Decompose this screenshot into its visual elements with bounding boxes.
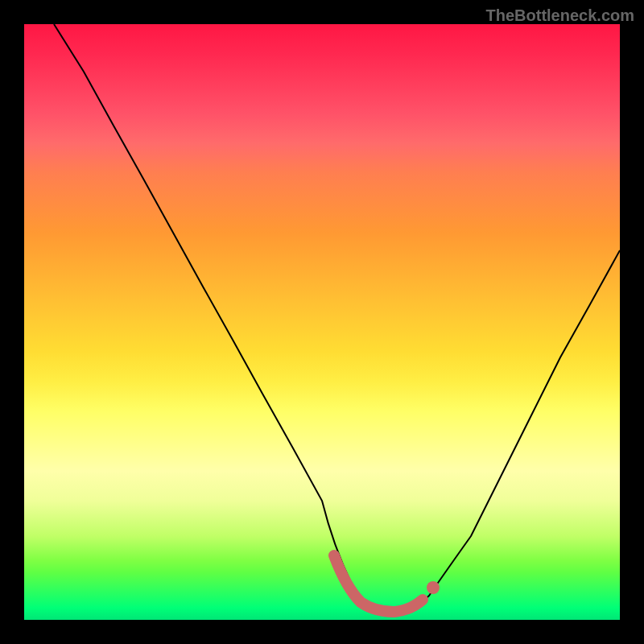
chart-curve-svg [24, 24, 620, 620]
fair-zone-marker [334, 555, 423, 612]
plot-area [24, 24, 620, 620]
watermark-text: TheBottleneck.com [486, 6, 634, 25]
bottleneck-curve-left [54, 24, 620, 612]
fair-zone-end-dot [427, 581, 440, 594]
